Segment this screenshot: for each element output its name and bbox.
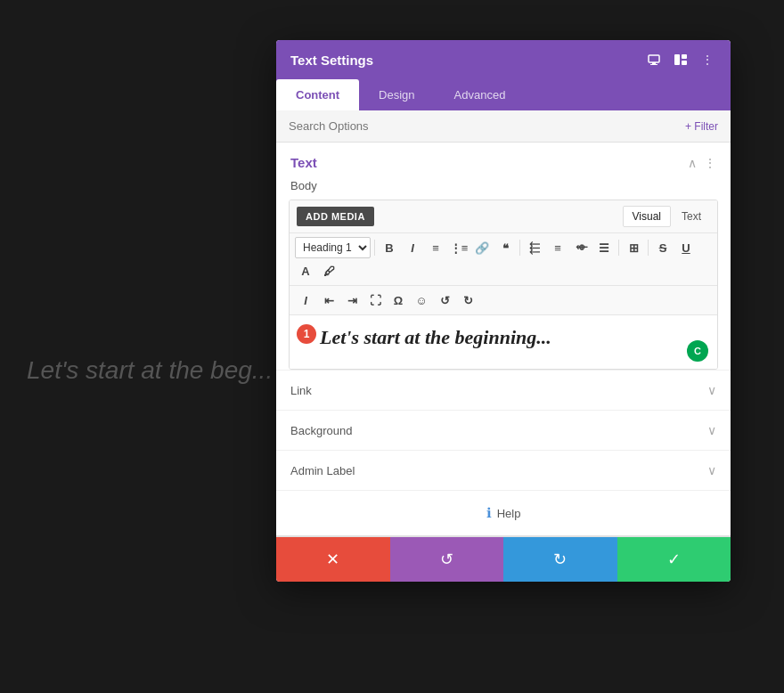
reset-button[interactable]: ↺ [390,537,504,582]
align-left-button[interactable]: ⬱ [524,237,545,258]
user-avatar: C [687,340,708,362]
formatting-toolbar-row1: Heading 1 B I ≡ ⋮≡ 🔗 ❝ ⬱ ≡ ⬲ ☰ ⊞ S U A [290,233,717,286]
section-header-icons: ∧ ⋮ [688,156,716,170]
link-button[interactable]: 🔗 [471,237,493,258]
background-section[interactable]: Background ∨ [276,410,731,450]
link-chevron-icon: ∨ [707,383,716,397]
separator2 [519,240,520,256]
tabs-bar: Content Design Advanced [276,79,731,110]
editor-content[interactable]: 1 Let's start at the beginning... C [290,315,717,369]
body-label: Body [276,179,731,200]
link-label: Link [290,384,312,397]
search-bar: + Filter [276,110,731,143]
background-label: Background [290,424,352,437]
cancel-button[interactable]: ✕ [276,537,390,582]
underline-button[interactable]: U [675,237,697,258]
text-settings-panel: Text Settings ⋮ Content Design A [276,40,731,582]
admin-label-section[interactable]: Admin Label ∨ [276,450,731,490]
table-button[interactable]: ⊞ [623,237,644,258]
search-input[interactable] [289,119,685,133]
separator [374,240,375,256]
editor-toolbar-top: ADD MEDIA Visual Text [290,200,717,233]
svg-rect-3 [674,54,680,65]
separator4 [648,240,649,256]
indent-left-button[interactable]: ⇤ [318,289,339,311]
text-section-header: Text ∧ ⋮ [276,143,731,179]
more-format-button[interactable]: 🖊 [318,260,339,281]
omega-button[interactable]: Ω [388,289,409,311]
background-chevron-icon: ∨ [707,423,716,437]
redo-button[interactable]: ↻ [503,537,617,582]
responsive-icon[interactable] [645,51,663,69]
help-row: ℹ Help [276,490,731,535]
align-justify-button[interactable]: ☰ [593,237,615,258]
filter-button[interactable]: + Filter [685,120,718,133]
header-icons-group: ⋮ [645,51,716,69]
view-toggle: Visual Text [623,206,710,227]
panel-footer: ✕ ↺ ↻ ✓ [276,535,731,582]
text-section-title: Text [290,155,317,170]
tab-advanced[interactable]: Advanced [435,79,526,110]
help-text[interactable]: Help [497,507,521,520]
redo-button[interactable]: ↻ [457,289,478,311]
svg-rect-4 [682,54,687,59]
text-color-button[interactable]: A [295,260,316,281]
svg-rect-0 [649,55,659,62]
layout-icon[interactable] [672,51,690,69]
help-icon[interactable]: ℹ [486,505,492,521]
content-area: Text ∧ ⋮ Body ADD MEDIA Visual Text Head… [276,143,731,535]
unordered-list-button[interactable]: ≡ [425,237,446,258]
save-button[interactable]: ✓ [617,537,731,582]
svg-rect-5 [682,61,687,65]
emoji-button[interactable]: ☺ [411,289,432,311]
tab-content[interactable]: Content [276,79,359,110]
admin-label-text: Admin Label [290,464,355,477]
tab-design[interactable]: Design [359,79,434,110]
heading-select[interactable]: Heading 1 [295,237,371,258]
separator3 [618,240,619,256]
editor-area: ADD MEDIA Visual Text Heading 1 B I ≡ ⋮≡… [289,200,718,370]
step-badge: 1 [297,324,316,344]
undo-button[interactable]: ↺ [434,289,455,311]
bold-button[interactable]: B [379,237,400,258]
text-view-button[interactable]: Text [673,206,710,227]
editor-text: Let's start at the beginning... [302,326,705,349]
svg-rect-2 [650,64,657,65]
more-options-icon[interactable]: ⋮ [698,51,716,69]
preview-background-text: Let's start at the beg... [27,356,273,385]
panel-title: Text Settings [290,53,373,68]
avatar-letter: C [694,346,701,356]
italic2-button[interactable]: I [295,289,316,311]
blockquote-button[interactable]: ❝ [494,237,516,258]
admin-chevron-icon: ∨ [707,463,716,477]
svg-rect-1 [652,62,656,64]
align-center-button[interactable]: ≡ [547,237,568,258]
indent-right-button[interactable]: ⇥ [341,289,363,311]
panel-header: Text Settings ⋮ [276,40,731,79]
fullscreen-button[interactable]: ⛶ [364,289,386,311]
align-right-button[interactable]: ⬲ [570,237,592,258]
formatting-toolbar-row2: I ⇤ ⇥ ⛶ Ω ☺ ↺ ↻ [290,286,717,315]
collapse-up-icon[interactable]: ∧ [688,156,697,170]
strikethrough-button[interactable]: S [652,237,674,258]
italic-button[interactable]: I [402,237,423,258]
link-section[interactable]: Link ∨ [276,370,731,410]
visual-view-button[interactable]: Visual [623,206,671,227]
add-media-button[interactable]: ADD MEDIA [297,207,374,226]
section-more-icon[interactable]: ⋮ [704,156,716,170]
ordered-list-button[interactable]: ⋮≡ [448,237,470,258]
